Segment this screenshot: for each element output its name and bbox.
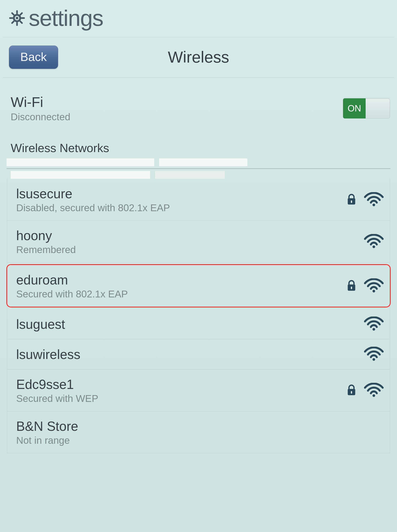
network-subtitle: Secured with WEP bbox=[16, 393, 98, 404]
network-name: Edc9sse1 bbox=[16, 377, 98, 392]
wifi-signal-icon bbox=[364, 278, 384, 294]
network-row[interactable]: hoonyRemembered bbox=[7, 221, 390, 262]
network-list: lsusecureDisabled, secured with 802.1x E… bbox=[7, 179, 390, 453]
networks-section-header: Wireless Networks bbox=[3, 135, 394, 158]
wifi-title: Wi-Fi bbox=[11, 94, 70, 110]
network-row[interactable]: B&N StoreNot in range bbox=[7, 411, 390, 453]
list-divider bbox=[6, 168, 391, 169]
network-row[interactable]: Edc9sse1Secured with WEP bbox=[7, 369, 390, 411]
page-title: Wireless bbox=[168, 48, 229, 66]
wifi-signal-icon bbox=[364, 317, 384, 332]
network-row[interactable]: eduroamSecured with 802.1x EAP bbox=[6, 264, 391, 307]
network-name: B&N Store bbox=[16, 419, 78, 434]
wifi-labels: Wi-Fi Disconnected bbox=[11, 94, 70, 122]
wifi-signal-icon bbox=[364, 383, 384, 398]
app-title: settings bbox=[29, 5, 103, 31]
wifi-signal-icon bbox=[364, 347, 384, 362]
lock-icon bbox=[347, 194, 356, 206]
network-text: hoonyRemembered bbox=[16, 228, 76, 255]
network-icons bbox=[347, 192, 384, 208]
network-text: B&N StoreNot in range bbox=[16, 419, 78, 446]
network-icons bbox=[347, 278, 384, 294]
network-subtitle: Not in range bbox=[16, 435, 78, 446]
network-icons bbox=[347, 383, 384, 398]
network-text: lsuwireless bbox=[16, 347, 80, 362]
network-subtitle: Disabled, secured with 802.1x EAP bbox=[16, 202, 170, 214]
wifi-status-row: Wi-Fi Disconnected ON bbox=[3, 78, 394, 135]
network-row[interactable]: lsusecureDisabled, secured with 802.1x E… bbox=[7, 179, 390, 221]
network-subtitle: Remembered bbox=[16, 244, 76, 255]
network-icons bbox=[364, 317, 384, 332]
network-subtitle: Secured with 802.1x EAP bbox=[16, 288, 128, 300]
wifi-signal-icon bbox=[364, 234, 384, 250]
network-icons bbox=[364, 234, 384, 250]
network-row[interactable]: lsuwireless bbox=[7, 339, 390, 369]
wifi-subtitle: Disconnected bbox=[11, 111, 70, 122]
settings-gear-icon bbox=[9, 10, 25, 26]
network-name: eduroam bbox=[16, 272, 128, 288]
network-text: eduroamSecured with 802.1x EAP bbox=[16, 272, 128, 300]
network-name: lsusecure bbox=[16, 186, 170, 201]
app-header: settings bbox=[3, 0, 394, 37]
network-name: lsuwireless bbox=[16, 347, 80, 362]
network-text: lsusecureDisabled, secured with 802.1x E… bbox=[16, 186, 170, 214]
wifi-signal-icon bbox=[364, 192, 384, 208]
lock-icon bbox=[347, 280, 356, 292]
redacted-bar-top bbox=[3, 158, 394, 167]
network-name: lsuguest bbox=[16, 317, 65, 332]
back-button[interactable]: Back bbox=[9, 45, 58, 69]
redacted-bar-inner bbox=[3, 169, 394, 179]
network-text: lsuguest bbox=[16, 317, 65, 332]
network-icons bbox=[364, 347, 384, 362]
wifi-toggle-state: ON bbox=[343, 98, 366, 118]
network-text: Edc9sse1Secured with WEP bbox=[16, 377, 98, 404]
wifi-toggle[interactable]: ON bbox=[343, 98, 390, 119]
sub-header: Back Wireless bbox=[3, 37, 394, 78]
network-row[interactable]: lsuguest bbox=[7, 309, 390, 339]
network-name: hoony bbox=[16, 228, 76, 243]
lock-icon bbox=[347, 384, 356, 397]
